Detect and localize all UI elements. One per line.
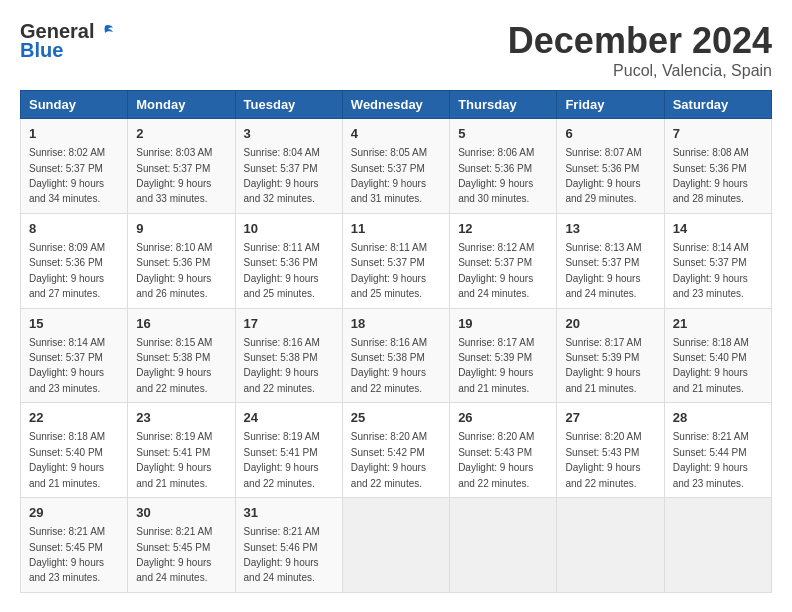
calendar-cell: 27 Sunrise: 8:20 AMSunset: 5:43 PMDaylig… [557, 403, 664, 498]
calendar-cell [557, 498, 664, 593]
day-info: Sunrise: 8:02 AMSunset: 5:37 PMDaylight:… [29, 147, 105, 204]
day-info: Sunrise: 8:21 AMSunset: 5:46 PMDaylight:… [244, 526, 320, 583]
calendar-cell: 11 Sunrise: 8:11 AMSunset: 5:37 PMDaylig… [342, 213, 449, 308]
day-info: Sunrise: 8:16 AMSunset: 5:38 PMDaylight:… [351, 337, 427, 394]
calendar-week-1: 1 Sunrise: 8:02 AMSunset: 5:37 PMDayligh… [21, 119, 772, 214]
day-number: 10 [244, 220, 334, 238]
column-header-saturday: Saturday [664, 91, 771, 119]
day-info: Sunrise: 8:18 AMSunset: 5:40 PMDaylight:… [29, 431, 105, 488]
day-number: 3 [244, 125, 334, 143]
calendar-cell: 5 Sunrise: 8:06 AMSunset: 5:36 PMDayligh… [450, 119, 557, 214]
day-number: 11 [351, 220, 441, 238]
calendar-cell: 15 Sunrise: 8:14 AMSunset: 5:37 PMDaylig… [21, 308, 128, 403]
day-info: Sunrise: 8:21 AMSunset: 5:44 PMDaylight:… [673, 431, 749, 488]
calendar-cell: 29 Sunrise: 8:21 AMSunset: 5:45 PMDaylig… [21, 498, 128, 593]
day-number: 7 [673, 125, 763, 143]
day-number: 8 [29, 220, 119, 238]
month-title: December 2024 [508, 20, 772, 62]
day-number: 13 [565, 220, 655, 238]
day-info: Sunrise: 8:20 AMSunset: 5:42 PMDaylight:… [351, 431, 427, 488]
calendar-cell: 9 Sunrise: 8:10 AMSunset: 5:36 PMDayligh… [128, 213, 235, 308]
day-info: Sunrise: 8:06 AMSunset: 5:36 PMDaylight:… [458, 147, 534, 204]
calendar-cell: 16 Sunrise: 8:15 AMSunset: 5:38 PMDaylig… [128, 308, 235, 403]
day-info: Sunrise: 8:08 AMSunset: 5:36 PMDaylight:… [673, 147, 749, 204]
day-info: Sunrise: 8:09 AMSunset: 5:36 PMDaylight:… [29, 242, 105, 299]
day-number: 1 [29, 125, 119, 143]
location: Pucol, Valencia, Spain [508, 62, 772, 80]
calendar-cell: 22 Sunrise: 8:18 AMSunset: 5:40 PMDaylig… [21, 403, 128, 498]
day-info: Sunrise: 8:17 AMSunset: 5:39 PMDaylight:… [565, 337, 641, 394]
day-number: 4 [351, 125, 441, 143]
day-info: Sunrise: 8:11 AMSunset: 5:36 PMDaylight:… [244, 242, 320, 299]
column-header-tuesday: Tuesday [235, 91, 342, 119]
day-info: Sunrise: 8:07 AMSunset: 5:36 PMDaylight:… [565, 147, 641, 204]
calendar-table: SundayMondayTuesdayWednesdayThursdayFrid… [20, 90, 772, 593]
calendar-cell [450, 498, 557, 593]
page-header: General Blue December 2024 Pucol, Valenc… [20, 20, 772, 80]
calendar-week-4: 22 Sunrise: 8:18 AMSunset: 5:40 PMDaylig… [21, 403, 772, 498]
calendar-cell: 19 Sunrise: 8:17 AMSunset: 5:39 PMDaylig… [450, 308, 557, 403]
calendar-cell: 6 Sunrise: 8:07 AMSunset: 5:36 PMDayligh… [557, 119, 664, 214]
day-number: 9 [136, 220, 226, 238]
calendar-cell [342, 498, 449, 593]
day-number: 14 [673, 220, 763, 238]
day-number: 21 [673, 315, 763, 333]
day-info: Sunrise: 8:05 AMSunset: 5:37 PMDaylight:… [351, 147, 427, 204]
calendar-cell: 25 Sunrise: 8:20 AMSunset: 5:42 PMDaylig… [342, 403, 449, 498]
calendar-cell: 24 Sunrise: 8:19 AMSunset: 5:41 PMDaylig… [235, 403, 342, 498]
day-number: 31 [244, 504, 334, 522]
day-number: 16 [136, 315, 226, 333]
column-header-monday: Monday [128, 91, 235, 119]
calendar-cell: 30 Sunrise: 8:21 AMSunset: 5:45 PMDaylig… [128, 498, 235, 593]
column-header-wednesday: Wednesday [342, 91, 449, 119]
calendar-cell: 20 Sunrise: 8:17 AMSunset: 5:39 PMDaylig… [557, 308, 664, 403]
bird-icon [95, 24, 115, 42]
day-info: Sunrise: 8:03 AMSunset: 5:37 PMDaylight:… [136, 147, 212, 204]
day-info: Sunrise: 8:18 AMSunset: 5:40 PMDaylight:… [673, 337, 749, 394]
logo: General Blue [20, 20, 115, 62]
day-number: 22 [29, 409, 119, 427]
calendar-cell: 1 Sunrise: 8:02 AMSunset: 5:37 PMDayligh… [21, 119, 128, 214]
calendar-cell: 17 Sunrise: 8:16 AMSunset: 5:38 PMDaylig… [235, 308, 342, 403]
day-info: Sunrise: 8:13 AMSunset: 5:37 PMDaylight:… [565, 242, 641, 299]
day-number: 30 [136, 504, 226, 522]
calendar-cell: 10 Sunrise: 8:11 AMSunset: 5:36 PMDaylig… [235, 213, 342, 308]
title-block: December 2024 Pucol, Valencia, Spain [508, 20, 772, 80]
day-number: 28 [673, 409, 763, 427]
calendar-cell: 12 Sunrise: 8:12 AMSunset: 5:37 PMDaylig… [450, 213, 557, 308]
day-number: 6 [565, 125, 655, 143]
day-info: Sunrise: 8:10 AMSunset: 5:36 PMDaylight:… [136, 242, 212, 299]
day-number: 20 [565, 315, 655, 333]
column-header-thursday: Thursday [450, 91, 557, 119]
day-info: Sunrise: 8:21 AMSunset: 5:45 PMDaylight:… [136, 526, 212, 583]
calendar-cell: 26 Sunrise: 8:20 AMSunset: 5:43 PMDaylig… [450, 403, 557, 498]
day-number: 18 [351, 315, 441, 333]
calendar-cell: 4 Sunrise: 8:05 AMSunset: 5:37 PMDayligh… [342, 119, 449, 214]
calendar-cell: 31 Sunrise: 8:21 AMSunset: 5:46 PMDaylig… [235, 498, 342, 593]
calendar-week-2: 8 Sunrise: 8:09 AMSunset: 5:36 PMDayligh… [21, 213, 772, 308]
column-header-friday: Friday [557, 91, 664, 119]
calendar-week-5: 29 Sunrise: 8:21 AMSunset: 5:45 PMDaylig… [21, 498, 772, 593]
calendar-cell: 21 Sunrise: 8:18 AMSunset: 5:40 PMDaylig… [664, 308, 771, 403]
day-number: 15 [29, 315, 119, 333]
calendar-cell [664, 498, 771, 593]
column-header-sunday: Sunday [21, 91, 128, 119]
day-number: 29 [29, 504, 119, 522]
logo-blue-label: Blue [20, 39, 63, 62]
day-number: 2 [136, 125, 226, 143]
day-number: 12 [458, 220, 548, 238]
day-info: Sunrise: 8:11 AMSunset: 5:37 PMDaylight:… [351, 242, 427, 299]
day-info: Sunrise: 8:12 AMSunset: 5:37 PMDaylight:… [458, 242, 534, 299]
day-info: Sunrise: 8:20 AMSunset: 5:43 PMDaylight:… [458, 431, 534, 488]
day-info: Sunrise: 8:14 AMSunset: 5:37 PMDaylight:… [673, 242, 749, 299]
calendar-cell: 7 Sunrise: 8:08 AMSunset: 5:36 PMDayligh… [664, 119, 771, 214]
day-info: Sunrise: 8:21 AMSunset: 5:45 PMDaylight:… [29, 526, 105, 583]
day-info: Sunrise: 8:04 AMSunset: 5:37 PMDaylight:… [244, 147, 320, 204]
calendar-cell: 2 Sunrise: 8:03 AMSunset: 5:37 PMDayligh… [128, 119, 235, 214]
day-number: 23 [136, 409, 226, 427]
day-info: Sunrise: 8:15 AMSunset: 5:38 PMDaylight:… [136, 337, 212, 394]
calendar-cell: 23 Sunrise: 8:19 AMSunset: 5:41 PMDaylig… [128, 403, 235, 498]
calendar-cell: 18 Sunrise: 8:16 AMSunset: 5:38 PMDaylig… [342, 308, 449, 403]
calendar-cell: 3 Sunrise: 8:04 AMSunset: 5:37 PMDayligh… [235, 119, 342, 214]
day-number: 26 [458, 409, 548, 427]
